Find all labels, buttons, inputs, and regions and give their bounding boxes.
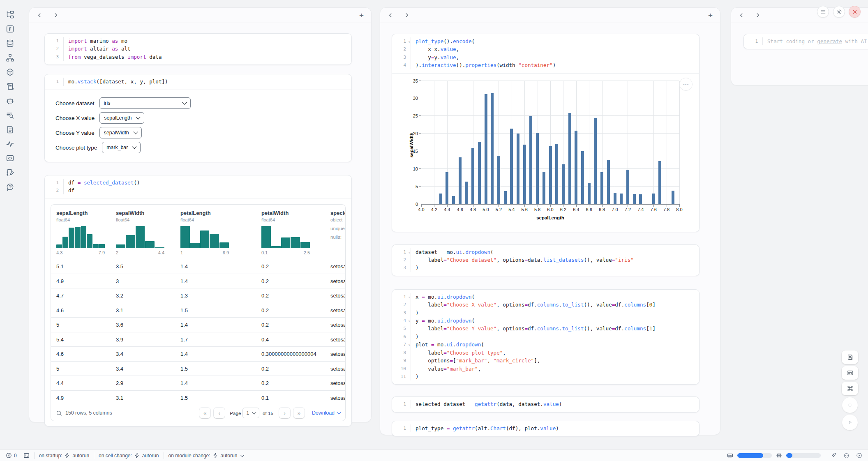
chart-bar[interactable] bbox=[588, 183, 591, 204]
code-editor[interactable]: 1plot_type = getattr(alt.Chart(df), plot… bbox=[392, 421, 699, 436]
chart-bar[interactable] bbox=[459, 157, 462, 204]
search-icon[interactable] bbox=[56, 410, 62, 416]
table-column-header[interactable]: speciesobjectuniquenulls: bbox=[325, 210, 346, 259]
chart-bar[interactable] bbox=[594, 118, 597, 204]
autorun-setting[interactable]: on module change:autorun bbox=[169, 452, 244, 459]
chart-bar[interactable] bbox=[581, 151, 584, 204]
cell-plot[interactable]: 1∨plot_type().encode(2 x=x.value,3 y=y.v… bbox=[392, 34, 699, 232]
code-editor[interactable]: 1selected_dataset = getattr(data, datase… bbox=[392, 397, 699, 412]
code-line[interactable]: 2df bbox=[45, 187, 351, 194]
close-button[interactable] bbox=[849, 6, 861, 18]
empty-cell-placeholder[interactable]: Start coding or generate with AI. bbox=[762, 37, 868, 45]
code-line[interactable]: 3) bbox=[392, 264, 699, 272]
chart-bar[interactable] bbox=[517, 134, 519, 204]
code-snippet-icon[interactable] bbox=[5, 154, 14, 163]
chart-bar[interactable] bbox=[478, 142, 481, 204]
code-line[interactable]: 9 options=["mark_bar", "mark_circle"], bbox=[392, 357, 699, 364]
settings-button[interactable] bbox=[833, 6, 845, 18]
chevron-left-icon[interactable] bbox=[739, 12, 744, 18]
code-editor[interactable]: 1∨x = mo.ui.dropdown(2 label="Choose X v… bbox=[392, 290, 699, 384]
chart-bar[interactable] bbox=[465, 182, 468, 204]
code-line[interactable]: 2 label="Choose dataset", options=data.l… bbox=[392, 256, 699, 264]
chart-bar[interactable] bbox=[510, 129, 513, 204]
code-line[interactable]: 4∨y = mo.ui.dropdown( bbox=[392, 317, 699, 325]
table-row[interactable]: 4.42.91.40.2setosa bbox=[51, 376, 345, 390]
chart-bar[interactable] bbox=[542, 172, 545, 204]
table-row[interactable]: 5.43.91.70.4setosa bbox=[51, 332, 345, 347]
table-row[interactable]: 4.93.11.50.1setosa bbox=[51, 390, 345, 405]
table-column-header[interactable]: sepalWidthfloat6424.4 bbox=[111, 210, 175, 259]
chart-bar[interactable] bbox=[523, 145, 526, 204]
dropdown-select[interactable]: sepalLength bbox=[99, 112, 144, 124]
cell-xy-plot-dropdowns[interactable]: 1∨x = mo.ui.dropdown(2 label="Choose X v… bbox=[392, 289, 699, 385]
cell-dataframe[interactable]: 1df = selected_dataset()2df sepalLengthf… bbox=[44, 175, 352, 427]
table-row[interactable]: 4.63.11.50.2setosa bbox=[51, 303, 345, 318]
chart-bar[interactable] bbox=[439, 194, 442, 204]
chatbot-icon[interactable] bbox=[5, 96, 14, 105]
code-editor[interactable]: 1mo.vstack([dataset, x, y, plot]) bbox=[45, 74, 351, 89]
table-row[interactable]: 53.61.40.2setosa bbox=[51, 317, 345, 332]
chart-bar[interactable] bbox=[471, 148, 474, 204]
run-button[interactable] bbox=[842, 415, 858, 430]
autorun-setting[interactable]: on cell change:autorun bbox=[99, 452, 159, 459]
search-list-icon[interactable] bbox=[5, 111, 14, 120]
scroll-icon[interactable] bbox=[5, 82, 14, 91]
chart-bar[interactable] bbox=[568, 113, 571, 204]
cell-selected-dataset[interactable]: 1selected_dataset = getattr(data, datase… bbox=[392, 396, 699, 412]
chart-bar[interactable] bbox=[614, 193, 616, 204]
chart-bar[interactable] bbox=[575, 131, 577, 204]
table-column-header[interactable]: petalWidthfloat640.12.5 bbox=[256, 210, 325, 259]
code-line[interactable]: 3 y=y.value, bbox=[392, 53, 699, 61]
chevron-left-icon[interactable] bbox=[37, 12, 42, 18]
chevron-right-icon[interactable] bbox=[404, 12, 410, 18]
dropdown-select[interactable]: iris bbox=[99, 97, 191, 109]
last-page-button[interactable]: » bbox=[293, 408, 305, 418]
chart-bar[interactable] bbox=[549, 146, 552, 204]
code-line[interactable]: 3from vega_datasets import data bbox=[45, 53, 351, 61]
scratchpad-icon[interactable] bbox=[5, 168, 14, 177]
code-editor[interactable]: 1df = selected_dataset()2df bbox=[45, 175, 351, 198]
function-icon[interactable] bbox=[5, 24, 14, 33]
code-line[interactable]: 1∨plot_type().encode( bbox=[392, 37, 699, 45]
terminal-icon[interactable] bbox=[23, 452, 30, 459]
chart-bar[interactable] bbox=[446, 172, 448, 204]
code-editor[interactable]: 1import marimo as mo2import altair as al… bbox=[45, 34, 351, 65]
document-icon[interactable] bbox=[5, 125, 14, 134]
chart-bar[interactable] bbox=[658, 161, 661, 204]
database-icon[interactable] bbox=[5, 39, 14, 48]
code-line[interactable]: 5 label="Choose Y value", options=df.col… bbox=[392, 325, 699, 332]
code-line[interactable]: 10 value="mark_bar", bbox=[392, 365, 699, 373]
cell-imports[interactable]: 1import marimo as mo2import altair as al… bbox=[44, 33, 352, 65]
table-row[interactable]: 53.41.50.2setosa bbox=[51, 361, 345, 376]
add-cell-button[interactable]: + bbox=[359, 12, 364, 19]
code-line[interactable]: 1∨x = mo.ui.dropdown( bbox=[392, 293, 699, 301]
help-icon[interactable] bbox=[5, 182, 14, 191]
cell-dataset-dropdown[interactable]: 1∨dataset = mo.ui.dropdown(2 label="Choo… bbox=[392, 244, 699, 276]
table-column-header[interactable]: sepalLengthfloat644.37.9 bbox=[51, 210, 111, 259]
layout-button[interactable] bbox=[842, 366, 858, 380]
menu-button[interactable] bbox=[817, 6, 829, 18]
chevron-left-icon[interactable] bbox=[388, 12, 393, 18]
code-line[interactable]: 1import marimo as mo bbox=[45, 37, 351, 45]
code-line[interactable]: 3) bbox=[392, 309, 699, 317]
stop-button[interactable] bbox=[842, 397, 858, 413]
chart-bar[interactable] bbox=[600, 172, 603, 204]
code-line[interactable]: 2 label="Choose X value", options=df.col… bbox=[392, 301, 699, 309]
code-line[interactable]: 1mo.vstack([dataset, x, y, plot]) bbox=[45, 78, 351, 85]
activity-icon[interactable] bbox=[5, 139, 14, 148]
chart-bar[interactable] bbox=[620, 194, 623, 204]
download-button[interactable]: Download bbox=[312, 410, 340, 416]
chart-bar[interactable] bbox=[504, 191, 507, 204]
connection-status-icon[interactable] bbox=[856, 452, 862, 459]
bar-chart[interactable]: 051015202530354.04.24.44.64.85.05.25.45.… bbox=[421, 81, 679, 205]
code-line[interactable]: 1selected_dataset = getattr(data, datase… bbox=[392, 400, 699, 408]
dropdown-select[interactable]: mark_bar bbox=[102, 142, 141, 153]
code-editor[interactable]: 1∨plot_type().encode(2 x=x.value,3 y=y.v… bbox=[392, 34, 699, 73]
code-line[interactable]: 1plot_type = getattr(alt.Chart(df), plot… bbox=[392, 424, 699, 432]
chart-bar[interactable] bbox=[555, 144, 558, 204]
chart-bar[interactable] bbox=[562, 164, 565, 204]
cell-vstack[interactable]: 1mo.vstack([dataset, x, y, plot]) Choose… bbox=[44, 74, 352, 162]
table-column-header[interactable]: petalLengthfloat6416.9 bbox=[175, 210, 256, 259]
table-row[interactable]: 4.63.41.40.30000000000000004setosa bbox=[51, 346, 345, 361]
add-cell-button[interactable]: + bbox=[708, 12, 713, 19]
